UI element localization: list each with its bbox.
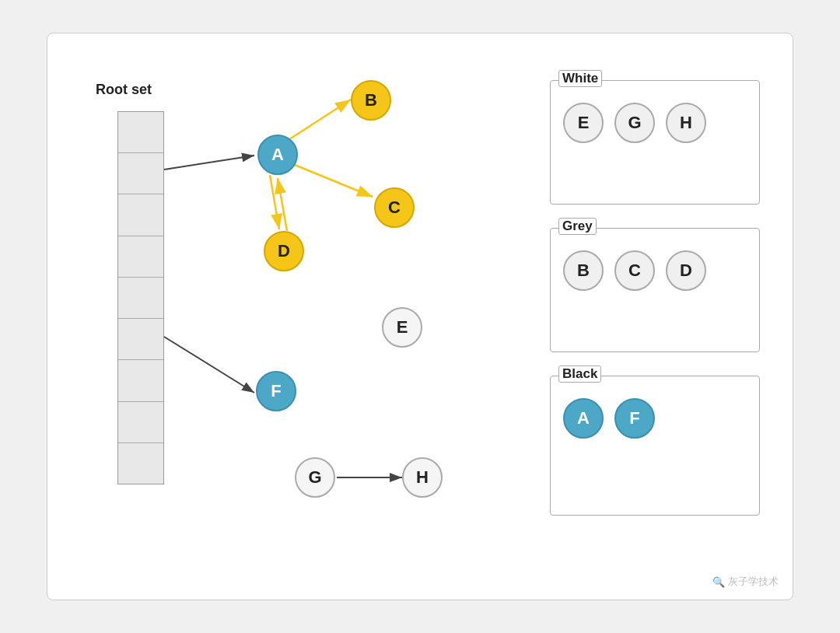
watermark: 🔍 灰子学技术 [712,575,779,589]
panel-white-nodes: E G H [551,81,759,151]
stack-cell [118,360,163,401]
panel-node-G: G [614,103,655,143]
watermark-icon: 🔍 [712,576,725,588]
root-set-label: Root set [96,82,152,98]
panel-node-F: F [614,398,655,439]
svg-line-6 [270,175,279,229]
node-D: D [264,231,304,271]
watermark-text: 灰子学技术 [728,575,779,589]
svg-line-4 [285,100,351,142]
panel-black-label: Black [558,365,601,383]
panel-node-A: A [563,398,604,439]
panel-node-E: E [563,103,604,143]
panel-black-nodes: A F [551,376,759,446]
stack-cell [118,443,163,484]
stack-cell [118,278,163,319]
stack-cell [118,194,163,236]
svg-line-5 [287,162,373,197]
panel-grey: Grey B C D [550,228,760,352]
node-H: H [402,457,443,498]
svg-line-7 [278,178,287,231]
node-F: F [256,371,296,411]
main-diagram: Root set [47,33,793,600]
stack-cell [118,112,163,153]
panel-grey-label: Grey [558,218,597,235]
panel-node-C: C [614,250,655,291]
panel-black: Black A F [550,376,760,516]
node-C: C [374,187,415,228]
stack-cell [118,153,163,194]
stack-cell [118,236,163,278]
node-A: A [257,135,298,175]
panel-grey-nodes: B C D [551,229,759,299]
panel-node-H: H [666,103,706,143]
node-G: G [295,457,335,498]
panel-node-D: D [666,250,706,291]
svg-line-2 [164,156,254,170]
stack-cell [118,402,163,443]
panel-node-B: B [563,250,604,291]
panel-white: White E G H [550,80,760,205]
svg-line-3 [164,337,254,393]
stack-cell [118,319,163,360]
node-B: B [351,80,391,121]
stack-block [117,111,164,484]
node-E: E [382,307,422,348]
panel-white-label: White [558,70,602,87]
